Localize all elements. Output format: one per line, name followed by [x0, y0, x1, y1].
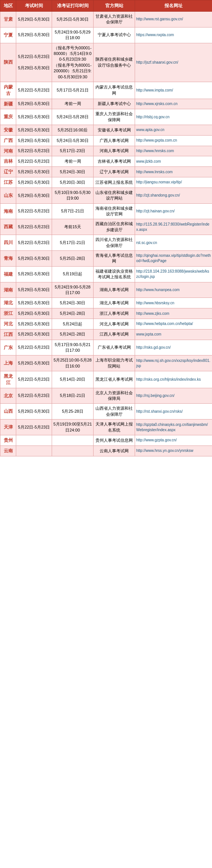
cell-url[interactable]: http://qinghai.nomax.vip/tip/stdlogin.do…: [135, 250, 212, 266]
cell-exam-time: 5月22日-5月23日: [16, 146, 52, 156]
cell-url[interactable]: http://www.hnrsks.com: [135, 146, 212, 156]
cell-url[interactable]: http://218.104.239.163:8088/jwwsks/web/k…: [135, 266, 212, 282]
cell-exam-time: 5月29日-5月30日: [16, 109, 52, 125]
cell-official-site: 安徽省人事考试网: [94, 125, 135, 136]
cell-exam-time: 5月29日-5月30日: [16, 188, 52, 203]
cell-url[interactable]: http://115.28.96.217:8030/webRegister/in…: [135, 219, 212, 235]
cell-exam-time: 5月29日-5月30日: [16, 266, 52, 282]
header-exam-time: 考试时间: [16, 0, 52, 12]
cell-exam-time: 5月29日-5月30日: [16, 27, 52, 43]
cell-print-time: 5月25日-28日: [52, 250, 94, 266]
cell-region: 青海: [0, 250, 16, 266]
cell-region: 上海: [0, 355, 16, 371]
cell-print-time: 5月14日-20日: [52, 371, 94, 388]
cell-print-time: 5月17日9:00-5月21日17:00: [52, 340, 94, 355]
cell-print-time: 5月24日-28日: [52, 308, 94, 319]
cell-print-time: 5月24日9:00-5月29日18:00: [52, 27, 94, 43]
cell-print-time: 5月17日-5月21日: [52, 82, 94, 99]
cell-url[interactable]: www.jxpta.com: [135, 329, 212, 340]
cell-url[interactable]: http://rsj.beijing.gov.cn/: [135, 388, 212, 404]
cell-print-time: 5月25日16:00后: [52, 125, 94, 136]
cell-region: 四川: [0, 235, 16, 251]
cell-print-time: 5月24日9:00-5月28日17:00: [52, 282, 94, 298]
cell-region: 江西: [0, 329, 16, 340]
cell-exam-time: 5月29日-5月30日: [16, 177, 52, 188]
table-row: 北京5月22日-5月23日5月18日-21日北京人力资源和社会保障局http:/…: [0, 388, 212, 404]
cell-region: 广东: [0, 340, 16, 355]
cell-url[interactable]: http://www.hbsrsksy.cn: [135, 298, 212, 308]
table-row: 云南云南人事考试网http://www.hrss.yn.gov.cn/ynrsk…: [0, 445, 212, 456]
cell-url[interactable]: http://rsks.org.cn/hljrsks/index/index.k…: [135, 371, 212, 388]
table-row: 青海5月29日-5月30日5月25日-28日青海省人事考试信息网http://q…: [0, 250, 212, 266]
header-print-time: 准考证打印时间: [52, 0, 94, 12]
cell-region: 安徽: [0, 125, 16, 136]
cell-official-site: 北京人力资源和社会保障局: [94, 388, 135, 404]
cell-exam-time: 5月22日-5月23日: [16, 340, 52, 355]
cell-url[interactable]: http://rlsbj.cq.gov.cn: [135, 109, 212, 125]
cell-print-time: 5月19日起: [52, 266, 94, 282]
cell-url[interactable]: http://www.gzpta.gov.cn/: [135, 435, 212, 446]
cell-url[interactable]: http://www.gxpta.com.cn: [135, 135, 212, 146]
cell-region: 海南: [0, 203, 16, 219]
cell-print-time: 5月19日9:00至5月21日24:00: [52, 420, 94, 435]
cell-print-time: 5月24日-30日: [52, 167, 94, 177]
table-row: 内蒙古5月22日-5月23日5月17日-5月21日内蒙古人事考试信息网http:…: [0, 82, 212, 99]
cell-official-site: 湖南人事考试网: [94, 282, 135, 298]
cell-exam-time: 5月29日-5月30日: [16, 282, 52, 298]
table-row: 河北5月29日-5月30日5月24日起河北人事考试网http://www.heb…: [0, 319, 212, 329]
table-row: 重庆5月29日-5月30日5月24日-5月28日重庆人力资源和社会保障网http…: [0, 109, 212, 125]
cell-print-time: [52, 435, 94, 446]
cell-region: 甘肃: [0, 12, 16, 27]
cell-url[interactable]: http://jiangsu.nomax.vip/tip/: [135, 177, 212, 188]
cell-url[interactable]: http://zjt.shandong.gov.cn/: [135, 188, 212, 203]
cell-official-site: 四川省人力资源和社会保障厅: [94, 235, 135, 251]
main-table: 地区 考试时间 准考证打印时间 官方网站 报名网址 甘肃5月29日-5月30日5…: [0, 0, 212, 456]
cell-url[interactable]: http://www.hebpta.com.cn/hebpta/: [135, 319, 212, 329]
cell-official-site: 河南人事考试网: [94, 146, 135, 156]
cell-url[interactable]: http://jszf.shaanxi.gov.cn/: [135, 43, 212, 82]
table-row: 辽宁5月29日-5月30日5月24日-30日辽宁人事考试网http://www.…: [0, 167, 212, 177]
cell-url[interactable]: http://zjt.hainan.gov.cn/: [135, 203, 212, 219]
table-row: 天津5月22日-5月23日5月19日9:00至5月21日24:00天津人事考试网…: [0, 420, 212, 435]
cell-exam-time: 5月29日-5月30日: [16, 319, 52, 329]
cell-url[interactable]: http://rsks.gd.gov.cn/: [135, 340, 212, 355]
cell-exam-time: 5月29日-5月30日: [16, 404, 52, 420]
cell-url[interactable]: http://www.xjrsks.com.cn: [135, 99, 212, 109]
table-row: 江苏5月29日-5月30日5月20日-30日江苏省网上报名系统http://ji…: [0, 177, 212, 188]
cell-print-time: 5月25-28日: [52, 404, 94, 420]
cell-exam-time: 5月29日-5月30日: [16, 12, 52, 27]
cell-region: 北京: [0, 388, 16, 404]
cell-official-site: 江苏省网上报名系统: [94, 177, 135, 188]
cell-official-site: 山东省住房和城乡建设厅网站: [94, 188, 135, 203]
cell-region: 天津: [0, 420, 16, 435]
cell-region: 江苏: [0, 177, 16, 188]
cell-url[interactable]: http://qzpta0.chinasyks.org.cn/tianjinws…: [135, 420, 212, 435]
cell-official-site: 黑龙江省人事考试网: [94, 371, 135, 388]
cell-url[interactable]: https://www.nxpta.com: [135, 27, 212, 43]
cell-url[interactable]: www.jlzkb.com: [135, 156, 212, 167]
cell-region: 宁夏: [0, 27, 16, 43]
cell-url[interactable]: http://www.hrss.yn.gov.cn/ynrsksw: [135, 445, 212, 456]
cell-official-site: 广西人事考试网: [94, 135, 135, 146]
cell-region: 山东: [0, 188, 16, 203]
cell-print-time: （报名序号为00001-80000）:5月14日9:00-5月23日9:30 （…: [52, 43, 94, 82]
cell-url[interactable]: rst.sc.gov.cn: [135, 235, 212, 251]
cell-official-site: 陕西省住房和城乡建设厅综合服务中心: [94, 43, 135, 82]
cell-url[interactable]: http://rst.shanxi.gov.cn/rsks/: [135, 404, 212, 420]
cell-url[interactable]: http://www.zjks.com: [135, 308, 212, 319]
cell-url[interactable]: http://www.lnrsks.com: [135, 167, 212, 177]
cell-region: 重庆: [0, 109, 16, 125]
cell-url[interactable]: http://www.rst.gansu.gov.cn/: [135, 12, 212, 27]
cell-url[interactable]: www.apta.gov.cn: [135, 125, 212, 136]
cell-official-site: 福建省建设执业资格考试网上报名系统: [94, 266, 135, 282]
cell-url[interactable]: http://www.rsj.sh.gov.cn/xxzsp/ksy/index…: [135, 355, 212, 371]
cell-url[interactable]: http://www.impta.com/: [135, 82, 212, 99]
cell-region: 湖北: [0, 298, 16, 308]
header-url: 报名网址: [135, 0, 212, 12]
cell-print-time: 5月18日-21日: [52, 388, 94, 404]
cell-region: 黑龙江: [0, 371, 16, 388]
cell-official-site: 浙江人事考试网: [94, 308, 135, 319]
cell-exam-time: 5月22日-5月23日: [16, 235, 52, 251]
cell-print-time: 5月20日-30日: [52, 177, 94, 188]
cell-url[interactable]: http://www.hunanpea.com: [135, 282, 212, 298]
